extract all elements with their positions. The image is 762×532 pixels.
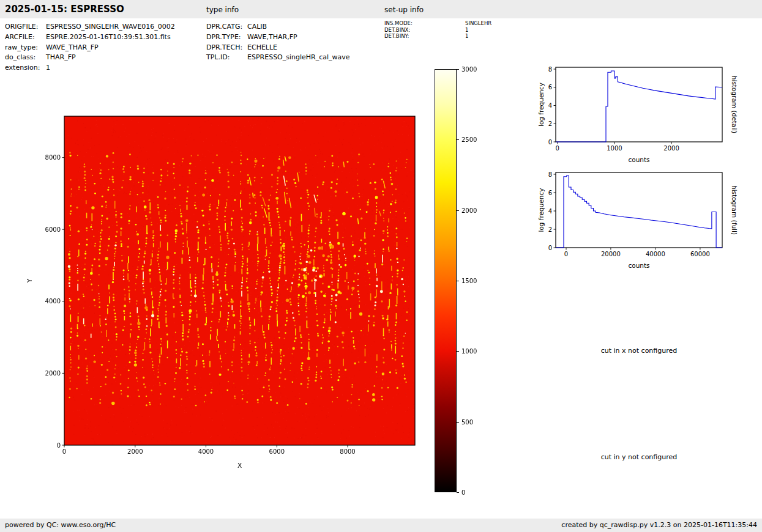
svg-text:4: 4: [548, 208, 552, 215]
histogram-full-plot: 020000400006000002468countslog frequency…: [537, 166, 741, 275]
meta-label: DET.BINY:: [384, 33, 465, 40]
svg-text:log frequency: log frequency: [537, 188, 545, 232]
meta-row-detbiny: DET.BINY:1: [384, 33, 491, 40]
svg-text:0: 0: [62, 448, 66, 455]
meta-value: WAVE_THAR_FP: [46, 43, 99, 51]
meta-label: INS.MODE:: [384, 20, 465, 27]
meta-label: extension:: [5, 63, 46, 73]
meta-row-origfile: ORIGFILE:ESPRESSO_SINGLEHR_WAVE016_0002: [5, 22, 175, 32]
meta-value: SINGLEHR: [465, 20, 491, 26]
svg-text:log frequency: log frequency: [537, 83, 545, 127]
svg-text:0: 0: [564, 251, 568, 257]
meta-label: TPL.ID:: [206, 53, 247, 63]
svg-text:0: 0: [548, 245, 552, 251]
meta-label: raw_type:: [5, 43, 46, 53]
page-title: 2025-01-15: ESPRESSO: [5, 4, 124, 15]
svg-text:2000: 2000: [663, 145, 679, 152]
histogram-detail-plot: 01000200002468countslog frequencyhistogr…: [537, 61, 741, 170]
setup-info-block: INS.MODE:SINGLEHR DET.BINX:1 DET.BINY:1: [384, 20, 491, 40]
svg-text:8: 8: [548, 171, 552, 178]
svg-text:20000: 20000: [601, 251, 621, 257]
cut-y-note: cut in y not configured: [556, 453, 722, 461]
meta-row-arcfile: ARCFILE:ESPRE.2025-01-16T10:39:51.301.fi…: [5, 32, 175, 43]
type-info-heading: type info: [206, 6, 239, 14]
svg-text:40000: 40000: [646, 251, 665, 257]
footer-created-by: created by qc_rawdisp.py v1.2.3 on 2025-…: [561, 521, 757, 529]
svg-text:0: 0: [556, 145, 559, 152]
svg-text:0: 0: [57, 442, 61, 449]
svg-text:4000: 4000: [198, 448, 214, 455]
colorbar: 050010001500200025003000: [435, 69, 493, 492]
meta-value: 1: [465, 33, 468, 39]
meta-row-dprcatg: DPR.CATG:CALIB: [206, 22, 350, 32]
meta-row-insmode: INS.MODE:SINGLEHR: [384, 20, 491, 27]
svg-text:8000: 8000: [340, 448, 355, 455]
footer-powered-by: powered by QC: www.eso.org/HC: [5, 521, 116, 529]
svg-text:2000: 2000: [45, 370, 61, 377]
meta-row-rawtype: raw_type:WAVE_THAR_FP: [5, 43, 175, 53]
svg-text:2: 2: [548, 120, 552, 127]
svg-text:Y: Y: [26, 278, 33, 283]
svg-text:8: 8: [548, 66, 552, 73]
meta-row-extension: extension:1: [5, 63, 175, 73]
svg-text:counts: counts: [628, 156, 649, 163]
meta-value: ESPRESSO_singleHR_cal_wave: [247, 53, 350, 61]
meta-label: ORIGFILE:: [5, 22, 46, 32]
meta-label: ARCFILE:: [5, 32, 46, 43]
meta-label: DET.BINX:: [384, 27, 465, 34]
svg-text:2000: 2000: [127, 448, 143, 455]
svg-text:6: 6: [548, 190, 552, 196]
meta-row-dprtype: DPR.TYPE:WAVE,THAR,FP: [206, 32, 350, 43]
svg-text:1000: 1000: [607, 145, 622, 152]
meta-row-tplid: TPL.ID:ESPRESSO_singleHR_cal_wave: [206, 53, 350, 63]
meta-value: ESPRE.2025-01-16T10:39:51.301.fits: [46, 33, 171, 41]
colorbar-gradient: [435, 69, 457, 492]
meta-value: 1: [46, 64, 50, 72]
svg-text:6000: 6000: [269, 448, 285, 455]
raw-image-canvas: [64, 116, 415, 445]
type-info-block: DPR.CATG:CALIB DPR.TYPE:WAVE,THAR,FP DPR…: [206, 22, 350, 63]
meta-value: 1: [465, 27, 468, 33]
meta-label: DPR.TYPE:: [206, 32, 247, 43]
svg-text:X: X: [237, 462, 242, 469]
svg-text:counts: counts: [628, 262, 649, 269]
file-info-block: ORIGFILE:ESPRESSO_SINGLEHR_WAVE016_0002 …: [5, 22, 175, 73]
meta-value: THAR_FP: [46, 53, 76, 61]
svg-text:8000: 8000: [45, 154, 61, 161]
svg-text:4: 4: [548, 102, 552, 109]
svg-text:4000: 4000: [45, 298, 61, 305]
setup-info-heading: set-up info: [384, 6, 424, 14]
qc-report-page: 2025-01-15: ESPRESSO type info set-up in…: [0, 0, 762, 532]
svg-text:histogram (detail): histogram (detail): [731, 76, 738, 133]
meta-row-doclass: do_class:THAR_FP: [5, 53, 175, 63]
meta-row-dprtech: DPR.TECH:ECHELLE: [206, 43, 350, 53]
meta-value: ESPRESSO_SINGLEHR_WAVE016_0002: [46, 23, 175, 31]
meta-value: ECHELLE: [247, 43, 277, 51]
colorbar-ticks: 050010001500200025003000: [457, 69, 493, 492]
svg-text:0: 0: [548, 139, 552, 146]
svg-text:6000: 6000: [45, 226, 61, 233]
meta-label: do_class:: [5, 53, 46, 63]
svg-text:60000: 60000: [690, 251, 710, 257]
svg-text:6: 6: [548, 84, 552, 91]
svg-text:histogram (full): histogram (full): [731, 185, 738, 235]
meta-label: DPR.TECH:: [206, 43, 247, 53]
meta-value: WAVE,THAR,FP: [247, 33, 297, 41]
meta-value: CALIB: [247, 23, 267, 31]
meta-label: DPR.CATG:: [206, 22, 247, 32]
svg-text:2: 2: [548, 226, 552, 233]
cut-x-note: cut in x not configured: [556, 347, 722, 355]
header-bar: 2025-01-15: ESPRESSO type info set-up in…: [0, 0, 762, 18]
footer-bar: powered by QC: www.eso.org/HC created by…: [0, 519, 762, 532]
meta-row-detbinx: DET.BINX:1: [384, 27, 491, 34]
